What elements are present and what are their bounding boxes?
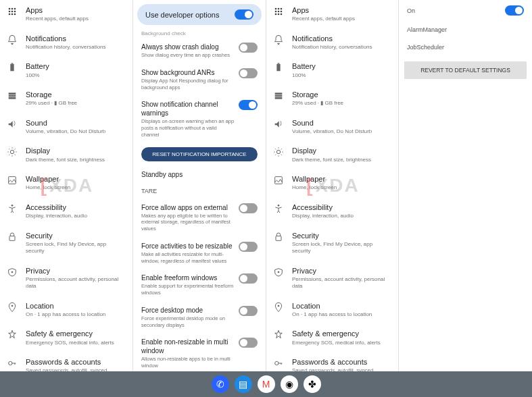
- settings-item-lock[interactable]: SecurityScreen lock, Find My Device, app…: [266, 226, 398, 261]
- settings-item-privacy[interactable]: PrivacyPermissions, account activity, pe…: [266, 261, 398, 296]
- dev-option-row[interactable]: Show background ANRsDisplay App Not Resp…: [133, 63, 266, 96]
- dev-header-toggle[interactable]: [235, 9, 253, 20]
- svg-point-24: [278, 8, 280, 10]
- settings-item-battery[interactable]: Battery100%: [266, 56, 398, 84]
- settings-subtitle: Permissions, account activity, personal …: [26, 276, 126, 290]
- settings-item-display[interactable]: DisplayDark theme, font size, brightness: [266, 140, 398, 169]
- settings-item-bell[interactable]: NotificationsNotification history, conve…: [0, 28, 132, 57]
- dev-option-row[interactable]: Force activities to be resizableMake all…: [133, 237, 266, 269]
- revert-defaults-button[interactable]: REVERT TO DEFAULT SETTINGS: [404, 61, 527, 79]
- taskbar-phone-icon[interactable]: ✆: [212, 375, 229, 393]
- settings-item-display[interactable]: DisplayDark theme, font size, brightness: [0, 140, 132, 169]
- settings-subtitle: Display, interaction, audio: [292, 213, 391, 219]
- svg-point-8: [14, 14, 16, 16]
- settings-item-emergency[interactable]: Safety & emergencyEmergency SOS, medical…: [266, 323, 398, 352]
- settings-item-storage[interactable]: Storage29% used · ▮ GB free: [266, 84, 398, 113]
- standby-apps-link[interactable]: Standby apps: [133, 165, 266, 184]
- svg-point-0: [9, 8, 11, 10]
- settings-item-sound[interactable]: SoundVolume, vibration, Do Not Disturb: [0, 113, 132, 141]
- settings-item-accessibility[interactable]: AccessibilityDisplay, interaction, audio: [0, 197, 132, 226]
- dev-option-row[interactable]: Force allow apps on externalMakes any ap…: [133, 198, 266, 237]
- display-icon: [7, 147, 19, 159]
- settings-item-bell[interactable]: NotificationsNotification history, conve…: [266, 28, 398, 57]
- tare-toggle[interactable]: [505, 5, 524, 16]
- settings-item-storage[interactable]: Storage29% used · ▮ GB free: [0, 84, 132, 113]
- dev-option-row[interactable]: Show notification channel warningsDispla…: [133, 95, 266, 142]
- apps-icon: [273, 6, 285, 18]
- settings-title: Safety & emergency: [292, 329, 391, 338]
- svg-point-5: [14, 11, 16, 13]
- toggle[interactable]: [239, 68, 258, 78]
- settings-title: Wallpaper: [292, 174, 391, 184]
- emergency-icon: [7, 329, 19, 342]
- settings-item-battery[interactable]: Battery100%: [0, 56, 132, 84]
- svg-rect-13: [9, 97, 16, 99]
- storage-icon: [273, 90, 285, 103]
- toggle[interactable]: [239, 338, 258, 348]
- settings-title: Battery: [292, 61, 391, 71]
- settings-subtitle: Emergency SOS, medical info, alerts: [292, 340, 391, 346]
- svg-point-14: [10, 151, 14, 154]
- settings-item-location[interactable]: LocationOn · 1 app has access to locatio…: [266, 296, 398, 324]
- job-scheduler-link[interactable]: JobScheduler: [399, 38, 532, 56]
- dev-option-row[interactable]: Always show crash dialogShow dialog ever…: [133, 38, 266, 63]
- svg-point-25: [281, 8, 283, 10]
- settings-item-key[interactable]: Passwords & accountsSaved passwords, aut…: [266, 352, 398, 371]
- settings-subtitle: Volume, vibration, Do Not Disturb: [26, 128, 126, 135]
- taskbar-chrome-icon[interactable]: ◉: [281, 375, 298, 393]
- taskbar: ✆ ▤ M ◉ ✤: [0, 371, 532, 397]
- dev-options-header[interactable]: Use developer options: [137, 4, 262, 25]
- svg-rect-12: [9, 95, 16, 97]
- taskbar-gmail-icon[interactable]: M: [258, 375, 275, 393]
- apps-icon: [7, 6, 19, 18]
- settings-item-lock[interactable]: SecurityScreen lock, Find My Device, app…: [0, 226, 132, 261]
- settings-item-key[interactable]: Passwords & accountsSaved passwords, aut…: [0, 352, 132, 371]
- toggle[interactable]: [239, 242, 258, 252]
- dev-option-row[interactable]: Force desktop modeForce experimental des…: [133, 301, 266, 334]
- svg-point-28: [281, 11, 283, 13]
- reset-notification-button[interactable]: RESET NOTIFICATION IMPORTANCE: [141, 147, 258, 161]
- settings-title: Notifications: [26, 34, 126, 43]
- battery-icon: [273, 62, 285, 74]
- settings-subtitle: On · 1 app has access to location: [26, 311, 126, 318]
- settings-item-sound[interactable]: SoundVolume, vibration, Do Not Disturb: [266, 113, 398, 141]
- svg-point-6: [9, 14, 11, 16]
- tare-on-row[interactable]: On: [399, 0, 532, 21]
- settings-title: Passwords & accounts: [26, 357, 126, 367]
- alarm-manager-link[interactable]: AlarmManager: [399, 21, 532, 38]
- toggle[interactable]: [239, 273, 258, 284]
- settings-subtitle: Volume, vibration, Do Not Disturb: [292, 128, 391, 135]
- settings-item-wallpaper[interactable]: WallpaperHome, lock screen: [0, 169, 132, 197]
- tare-section-label: TARE: [133, 184, 266, 198]
- settings-subtitle: Home, lock screen: [292, 184, 391, 191]
- toggle[interactable]: [239, 100, 258, 110]
- toggle[interactable]: [239, 203, 258, 213]
- settings-subtitle: Recent apps, default apps: [292, 16, 391, 22]
- settings-title: Safety & emergency: [26, 329, 126, 338]
- settings-item-apps[interactable]: AppsRecent apps, default apps: [266, 0, 398, 28]
- toggle[interactable]: [239, 43, 258, 53]
- taskbar-photos-icon[interactable]: ✤: [304, 375, 321, 393]
- svg-point-31: [281, 14, 283, 16]
- settings-title: Notifications: [292, 34, 391, 43]
- dev-option-row[interactable]: Enable non-resizable in multi windowAllo…: [133, 333, 266, 371]
- svg-rect-34: [275, 92, 283, 95]
- svg-point-43: [275, 361, 279, 365]
- svg-point-23: [275, 8, 277, 10]
- location-icon: [7, 302, 19, 314]
- settings-item-emergency[interactable]: Safety & emergencyEmergency SOS, medical…: [0, 323, 132, 352]
- settings-item-wallpaper[interactable]: WallpaperHome, lock screen: [266, 169, 398, 197]
- location-icon: [273, 302, 285, 314]
- dev-option-row[interactable]: Enable freeform windowsEnable support fo…: [133, 269, 266, 301]
- settings-item-privacy[interactable]: PrivacyPermissions, account activity, pe…: [0, 261, 132, 296]
- settings-subtitle: Home, lock screen: [26, 184, 126, 191]
- settings-subtitle: On · 1 app has access to location: [292, 311, 391, 318]
- svg-point-39: [278, 205, 280, 207]
- lock-icon: [7, 232, 19, 244]
- taskbar-docs-icon[interactable]: ▤: [235, 375, 252, 393]
- settings-item-apps[interactable]: AppsRecent apps, default apps: [0, 0, 132, 28]
- settings-item-location[interactable]: LocationOn · 1 app has access to locatio…: [0, 296, 132, 324]
- toggle[interactable]: [239, 306, 258, 316]
- settings-item-accessibility[interactable]: AccessibilityDisplay, interaction, audio: [266, 197, 398, 226]
- svg-point-30: [278, 14, 280, 16]
